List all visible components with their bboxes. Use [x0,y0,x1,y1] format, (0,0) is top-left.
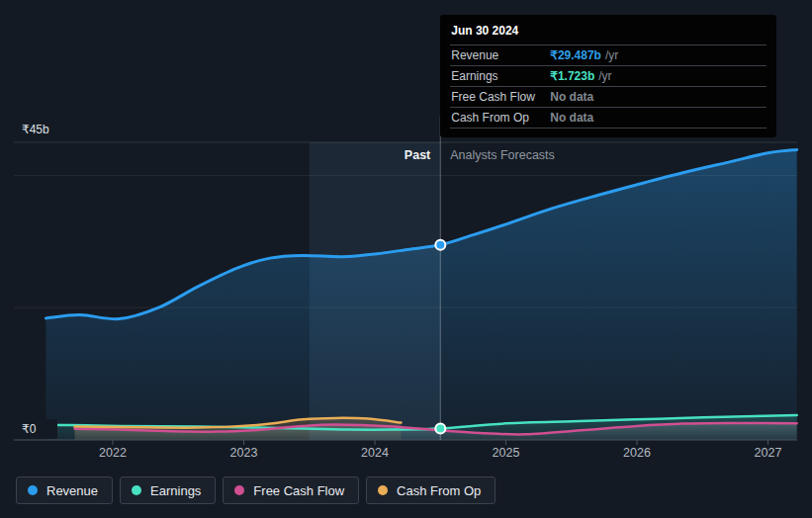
hover-tooltip: Jun 30 2024 Revenue ₹29.487b /yr Earning… [440,15,776,137]
tooltip-value: No data [550,90,593,104]
tooltip-date: Jun 30 2024 [450,22,767,44]
x-axis-label-2024: 2024 [361,446,389,460]
chart-legend: Revenue Earnings Free Cash Flow Cash Fro… [16,476,496,504]
tooltip-label: Earnings [451,69,550,83]
y-axis-zero-label: ₹0 [0,419,57,439]
tooltip-row-revenue: Revenue ₹29.487b /yr [450,44,767,65]
earnings-revenue-growth-chart: ₹45b ₹0 Past Analysts Forecasts Jun 30 2… [0,0,812,518]
past-label: Past [405,148,430,162]
revenue-dot-icon [28,485,38,495]
legend-item-free-cash-flow[interactable]: Free Cash Flow [223,476,359,504]
tooltip-suffix: /yr [598,69,611,83]
tooltip-row-cash-from-op: Cash From Op No data [450,107,767,128]
revenue-marker[interactable] [435,240,445,250]
tooltip-suffix: /yr [605,48,618,62]
free-cash-flow-dot-icon [234,485,244,495]
analysts-forecasts-label: Analysts Forecasts [450,148,555,162]
tooltip-row-earnings: Earnings ₹1.723b /yr [450,65,767,86]
tooltip-row-free-cash-flow: Free Cash Flow No data [450,86,767,107]
legend-label: Cash From Op [397,483,481,498]
legend-label: Free Cash Flow [253,483,344,498]
tooltip-rows: Revenue ₹29.487b /yr Earnings ₹1.723b /y… [450,44,767,129]
legend-item-revenue[interactable]: Revenue [16,476,113,504]
x-axis-label-2026: 2026 [623,446,651,460]
earnings-marker[interactable] [435,424,445,434]
hovered-year-band [310,142,441,440]
tooltip-value: ₹29.487b [550,48,601,62]
tooltip-label: Cash From Op [451,111,550,125]
tooltip-label: Revenue [451,48,550,62]
legend-label: Earnings [150,483,201,498]
tooltip-label: Free Cash Flow [451,90,550,104]
legend-item-cash-from-op[interactable]: Cash From Op [366,476,496,504]
x-axis-label-2022: 2022 [99,446,127,460]
x-axis-label-2025: 2025 [493,446,520,460]
earnings-dot-icon [132,485,141,495]
tooltip-value: No data [550,111,593,125]
legend-item-earnings[interactable]: Earnings [120,476,216,504]
legend-label: Revenue [46,483,98,498]
tooltip-value: ₹1.723b [550,69,594,83]
x-axis-label-2023: 2023 [230,446,258,460]
cash-from-op-dot-icon [378,485,388,495]
x-axis-label-2027: 2027 [755,446,782,460]
y-axis-max-label: ₹45b [22,123,49,136]
